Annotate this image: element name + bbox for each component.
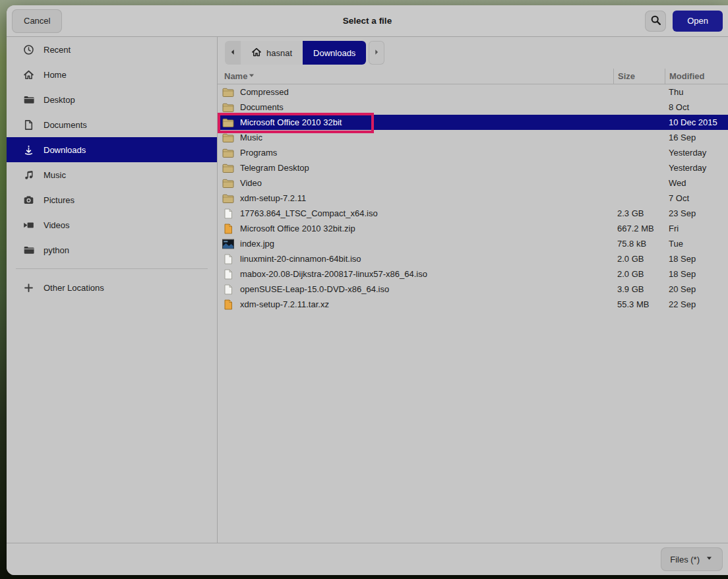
file-icon	[218, 284, 235, 295]
file-row-opensuse-leap-15-0-dvd-x86-64-iso[interactable]: openSUSE-Leap-15.0-DVD-x86_64.iso3.9 GB2…	[218, 282, 728, 297]
breadcrumb-downloads[interactable]: Downloads	[303, 41, 366, 65]
back-button[interactable]	[225, 41, 241, 65]
file-row-xdm-setup-7-2-11[interactable]: xdm-setup-7.2.117 Oct	[218, 191, 728, 206]
file-name: Video	[235, 178, 613, 188]
file-modified: 23 Sep	[665, 208, 728, 218]
home-icon	[23, 69, 34, 80]
sidebar-separator	[16, 268, 208, 269]
column-header-modified[interactable]: Modified	[665, 69, 728, 84]
folder-icon	[218, 102, 235, 113]
search-icon	[650, 15, 661, 28]
folder-icon	[218, 133, 235, 143]
file-modified: Thu	[665, 87, 728, 97]
file-name: linuxmint-20-cinnamon-64bit.iso	[235, 254, 613, 264]
open-button[interactable]: Open	[673, 11, 723, 32]
file-filter-dropdown[interactable]: Files (*)	[661, 547, 723, 571]
file-size: 55.3 MB	[613, 299, 665, 309]
file-modified: 22 Sep	[665, 299, 728, 309]
file-row-xdm-setup-7-2-11-tar-xz[interactable]: xdm-setup-7.2.11.tar.xz55.3 MB22 Sep	[218, 297, 728, 312]
file-size: 3.9 GB	[613, 284, 665, 294]
file-modified: Yesterday	[665, 163, 728, 173]
download-icon	[23, 144, 34, 156]
file-row-documents[interactable]: Documents8 Oct	[218, 100, 728, 115]
folder-icon	[218, 193, 235, 204]
file-row-linuxmint-20-cinnamon-64bit-iso[interactable]: linuxmint-20-cinnamon-64bit.iso2.0 GB18 …	[218, 251, 728, 266]
file-filter-label: Files (*)	[670, 555, 700, 564]
file-size: 75.8 kB	[613, 239, 665, 249]
file-row-microsoft-office-2010-32bit-zip[interactable]: Microsoft Office 2010 32bit.zip667.2 MBF…	[218, 221, 728, 236]
file-row-video[interactable]: VideoWed	[218, 175, 728, 191]
file-name: xdm-setup-7.2.11.tar.xz	[235, 299, 613, 309]
sidebar-item-label: Pictures	[44, 195, 75, 205]
dialog-body: RecentHomeDesktopDocumentsDownloadsMusic…	[7, 37, 728, 543]
image-icon	[218, 239, 235, 249]
column-header-row: Name Size Modified	[218, 69, 728, 84]
column-size-label: Size	[618, 71, 635, 81]
column-name-label: Name	[224, 71, 247, 81]
file-modified: Wed	[665, 178, 728, 188]
sidebar-item-label: Music	[44, 170, 66, 180]
file-modified: Tue	[665, 239, 728, 249]
camera-icon	[23, 195, 34, 206]
dialog-title: Select a file	[7, 16, 728, 26]
sidebar-item-music[interactable]: Music	[7, 162, 217, 187]
forward-button[interactable]	[369, 41, 384, 65]
chevron-left-icon	[228, 47, 237, 59]
sidebar-item-label: Videos	[44, 220, 70, 230]
sidebar-item-label: Other Locations	[44, 283, 104, 293]
sidebar-item-desktop[interactable]: Desktop	[7, 87, 217, 112]
file-icon	[218, 254, 235, 264]
file-row-microsoft-office-2010-32bit[interactable]: Microsoft Office 2010 32bit10 Dec 2015	[218, 115, 728, 130]
sidebar-item-label: Recent	[44, 45, 71, 55]
file-row-compressed[interactable]: CompressedThu	[218, 84, 728, 100]
breadcrumb-home-label: hasnat	[266, 48, 292, 58]
file-size: 667.2 MB	[613, 224, 665, 233]
sidebar-item-documents[interactable]: Documents	[7, 112, 217, 137]
file-name: Documents	[235, 102, 613, 112]
folder-dark-icon	[23, 94, 34, 106]
document-icon	[23, 119, 34, 131]
file-size: 2.3 GB	[613, 208, 665, 218]
sidebar-item-pictures[interactable]: Pictures	[7, 187, 217, 212]
file-row-telegram-desktop[interactable]: Telegram DesktopYesterday	[218, 160, 728, 175]
file-size: 2.0 GB	[613, 254, 665, 264]
file-row-programs[interactable]: ProgramsYesterday	[218, 145, 728, 160]
search-button[interactable]	[645, 11, 666, 32]
sidebar-item-home[interactable]: Home	[7, 62, 217, 87]
sidebar-item-downloads[interactable]: Downloads	[7, 137, 217, 162]
file-modified: 18 Sep	[665, 269, 728, 279]
sidebar-item-other-locations[interactable]: Other Locations	[7, 275, 217, 300]
file-modified: 8 Oct	[665, 102, 728, 112]
file-chooser-dialog: Cancel Select a file Open RecentHomeDesk…	[7, 5, 728, 575]
file-modified: 16 Sep	[665, 133, 728, 142]
sidebar-item-label: Downloads	[44, 145, 86, 155]
file-icon	[218, 208, 235, 219]
file-row-mabox-20-08-dijkstra-200817-linux57-x86-64-iso[interactable]: mabox-20.08-Dijkstra-200817-linux57-x86_…	[218, 266, 728, 282]
breadcrumb-home[interactable]: hasnat	[241, 41, 303, 65]
file-row-music[interactable]: Music16 Sep	[218, 130, 728, 145]
file-name: index.jpg	[235, 239, 613, 249]
breadcrumb-downloads-label: Downloads	[313, 48, 355, 58]
file-modified: 10 Dec 2015	[665, 117, 728, 127]
file-name: Telegram Desktop	[235, 163, 613, 173]
file-name: Programs	[235, 148, 613, 158]
sidebar-item-recent[interactable]: Recent	[7, 37, 217, 62]
sidebar-item-videos[interactable]: Videos	[7, 212, 217, 237]
chevron-right-icon	[372, 47, 381, 59]
folder-icon	[218, 163, 235, 173]
header-actions: Open	[645, 11, 723, 32]
cancel-button[interactable]: Cancel	[12, 9, 62, 33]
file-name: openSUSE-Leap-15.0-DVD-x86_64.iso	[235, 284, 613, 294]
column-header-name[interactable]: Name	[218, 69, 613, 84]
sort-descending-icon[interactable]	[247, 71, 261, 82]
music-note-icon	[23, 169, 34, 181]
sidebar-item-python[interactable]: python	[7, 237, 217, 262]
sidebar-item-label: Desktop	[44, 95, 75, 105]
file-row-17763-864-ltsc-compact-x64-iso[interactable]: 17763.864_LTSC_Compact_x64.iso2.3 GB23 S…	[218, 206, 728, 221]
breadcrumb: hasnat Downloads	[225, 41, 366, 65]
video-camera-icon	[23, 220, 34, 231]
file-row-index-jpg[interactable]: index.jpg75.8 kBTue	[218, 236, 728, 251]
clock-icon	[23, 44, 34, 55]
file-name: xdm-setup-7.2.11	[235, 193, 613, 203]
column-header-size[interactable]: Size	[613, 69, 665, 84]
